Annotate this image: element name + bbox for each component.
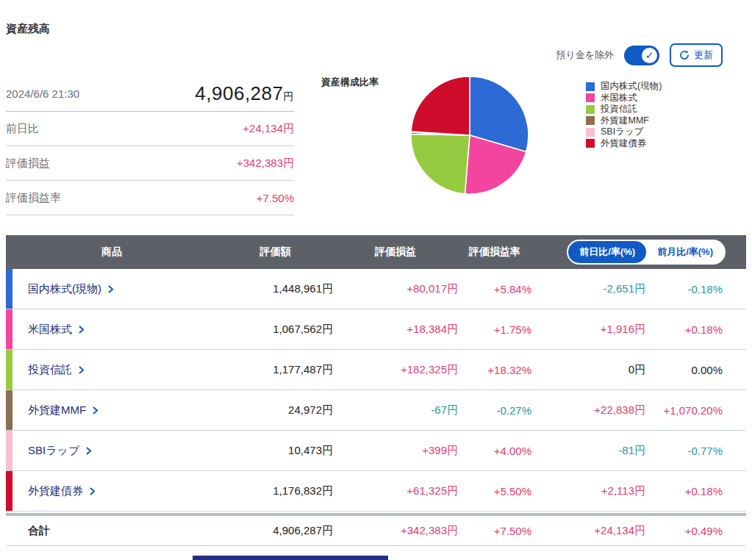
- chevron-right-icon: [86, 447, 92, 455]
- chevron-right-icon: [93, 406, 99, 414]
- valuation-cell: 1,177,487円: [218, 363, 333, 377]
- header-valuation: 評価額: [218, 245, 333, 259]
- valuation-cell: 1,176,832円: [218, 484, 333, 498]
- legend-swatch: [586, 139, 595, 148]
- valuation-cell: 1,448,961円: [218, 282, 333, 296]
- total-valuation: 4,906,287円: [218, 524, 333, 538]
- total-day-rate: +0.49%: [645, 525, 723, 537]
- pl-cell: +80,017円: [333, 282, 458, 296]
- table-header: 商品 評価額 評価損益 評価損益率 前日比/率(%)前月比/率(%): [6, 235, 746, 269]
- header-controls: 預り金を除外 ✓ 更新: [556, 44, 723, 66]
- header-product: 商品: [6, 245, 218, 259]
- valuation-cell: 24,972円: [218, 403, 333, 417]
- table-row[interactable]: 投資信託 1,177,487円 +182,325円 +18.32% 0円 0.0…: [6, 350, 746, 390]
- timestamp: 2024/6/6 21:30: [6, 87, 79, 100]
- day-change-cell: 0円: [531, 363, 645, 377]
- day-change-cell: -81円: [531, 444, 645, 458]
- pie-slice: [411, 76, 470, 135]
- legend-label: 外貨建MMF: [601, 115, 649, 127]
- pl-rate-cell: -0.27%: [458, 404, 531, 417]
- table-row[interactable]: 米国株式 1,067,562円 +18,384円 +1.75% +1,916円 …: [6, 309, 746, 350]
- page-title: 資産残高: [6, 22, 50, 36]
- refresh-label: 更新: [694, 49, 713, 62]
- table-total-row: 合計 4,906,287円 +342,383円 +7.50% +24,134円 …: [6, 513, 746, 546]
- legend-item: SBIラップ: [586, 126, 662, 138]
- row-color-bar: [6, 350, 12, 390]
- summary-row-day-change: 前日比 +24,134円: [6, 112, 294, 146]
- product-link[interactable]: 国内株式(現物): [28, 282, 101, 296]
- chevron-right-icon: [79, 326, 85, 334]
- table-row[interactable]: SBIラップ 10,473円 +399円 +4.00% -81円 -0.77%: [6, 431, 746, 471]
- day-rate-cell: +0.18%: [645, 323, 723, 336]
- row-color-bar: [6, 390, 12, 430]
- legend-label: 米国株式: [601, 92, 637, 104]
- valuation-cell: 10,473円: [218, 444, 333, 458]
- day-rate-cell: -0.77%: [645, 445, 723, 457]
- pl-cell: +399円: [333, 444, 458, 458]
- total-label: 合計: [6, 524, 218, 538]
- pl-rate-cell: +5.50%: [458, 485, 531, 498]
- pl-cell: +61,325円: [333, 484, 458, 498]
- period-toggle-group: 前日比/率(%)前月比/率(%): [567, 240, 726, 265]
- legend-swatch: [586, 116, 595, 125]
- header-pl: 評価損益: [333, 245, 458, 259]
- summary-row-pl-rate: 評価損益率 +7.50%: [6, 181, 294, 215]
- legend-label: 投資信託: [601, 103, 637, 115]
- footer-bar-partial: [193, 556, 388, 560]
- chevron-right-icon: [108, 285, 114, 293]
- row-color-bar: [6, 471, 12, 511]
- pl-rate-cell: +1.75%: [458, 323, 531, 336]
- total-pl-rate: +7.50%: [458, 525, 531, 537]
- refresh-button[interactable]: 更新: [670, 43, 723, 67]
- table-row[interactable]: 外貨建MMF 24,972円 -67円 -0.27% +22,838円 +1,0…: [6, 390, 746, 431]
- valuation-cell: 1,067,562円: [218, 323, 333, 337]
- table-row[interactable]: 外貨建債券 1,176,832円 +61,325円 +5.50% +2,113円…: [6, 471, 746, 511]
- day-rate-cell: -0.18%: [645, 283, 723, 295]
- pie-slice: [411, 134, 470, 194]
- pl-cell: +18,384円: [333, 323, 458, 337]
- product-link[interactable]: 外貨建MMF: [28, 403, 86, 417]
- row-color-bar: [6, 431, 12, 470]
- legend-item: 米国株式: [586, 93, 662, 104]
- product-link[interactable]: 外貨建債券: [28, 484, 83, 498]
- exclude-deposits-label: 預り金を除外: [556, 49, 614, 62]
- day-change-cell: +1,916円: [531, 323, 645, 337]
- row-color-bar: [6, 309, 12, 349]
- pl-cell: -67円: [333, 403, 458, 417]
- legend-label: 国内株式(現物): [601, 80, 662, 93]
- legend-item: 投資信託: [586, 104, 662, 115]
- product-link[interactable]: 投資信託: [28, 363, 72, 377]
- day-change-cell: +2,113円: [531, 484, 645, 498]
- day-rate-cell: 0.00%: [645, 364, 723, 376]
- legend-swatch: [586, 82, 595, 91]
- product-link[interactable]: SBIラップ: [28, 444, 79, 458]
- legend-swatch: [586, 93, 595, 102]
- legend-item: 外貨建MMF: [586, 115, 662, 127]
- day-change-cell: -2,651円: [531, 282, 645, 296]
- header-pl-rate: 評価損益率: [458, 245, 531, 259]
- period-toggle-month[interactable]: 前月比/率(%): [646, 241, 724, 263]
- total-pl: +342,383円: [333, 524, 458, 538]
- legend-swatch: [586, 105, 595, 114]
- legend-item: 外貨建債券: [586, 138, 662, 150]
- total-day-change: +24,134円: [531, 524, 645, 538]
- exclude-deposits-toggle[interactable]: ✓: [624, 46, 659, 65]
- pie-chart-title: 資産構成比率: [321, 76, 379, 89]
- legend-item: 国内株式(現物): [586, 81, 662, 93]
- summary-panel: 2024/6/6 21:30 4,906,287円 前日比 +24,134円 評…: [6, 76, 294, 215]
- chevron-right-icon: [90, 487, 96, 495]
- total-asset-value: 4,906,287円: [195, 82, 294, 105]
- product-link[interactable]: 米国株式: [28, 323, 72, 337]
- summary-total-row: 2024/6/6 21:30 4,906,287円: [6, 76, 294, 112]
- pl-rate-cell: +5.84%: [458, 283, 531, 295]
- summary-row-pl: 評価損益 +342,383円: [6, 146, 294, 181]
- pl-cell: +182,325円: [333, 363, 458, 377]
- period-toggle-day[interactable]: 前日比/率(%): [568, 241, 646, 263]
- day-rate-cell: +1,070.20%: [645, 404, 723, 417]
- chevron-right-icon: [79, 366, 85, 374]
- table-row[interactable]: 国内株式(現物) 1,448,961円 +80,017円 +5.84% -2,6…: [6, 269, 746, 309]
- refresh-icon: [679, 50, 690, 60]
- pl-rate-cell: +18.32%: [458, 364, 531, 376]
- row-color-bar: [6, 269, 12, 309]
- legend-swatch: [586, 128, 595, 137]
